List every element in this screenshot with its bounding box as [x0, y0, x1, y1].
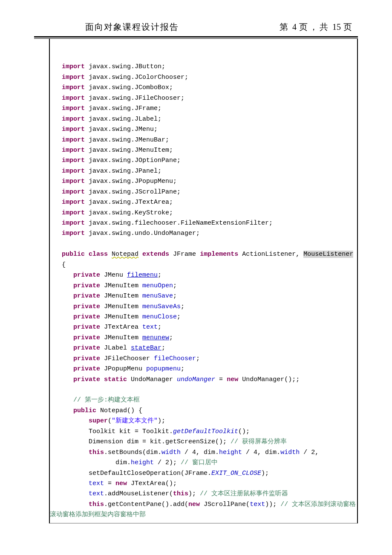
field: private JMenuItem menunew;	[62, 333, 353, 343]
page-indicator: 第4页，共15页	[280, 21, 354, 33]
stmt: this.setBounds(dim.width / 4, dim.height…	[62, 448, 353, 458]
import-line: import javax.swing.JMenuItem;	[62, 145, 353, 156]
stmt: setDefaultCloseOperation(JFrame.EXIT_ON_…	[62, 468, 353, 479]
code-block: import javax.swing.JButton;import javax.…	[49, 39, 358, 523]
stmt: Toolkit kit = Toolkit.getDefaultToolkit(…	[62, 427, 353, 437]
import-line: import javax.swing.JMenu;	[62, 124, 353, 135]
import-line: import javax.swing.JButton;	[62, 62, 353, 72]
import-line: import javax.swing.JFileChooser;	[62, 93, 353, 104]
import-line: import javax.swing.JPopupMenu;	[62, 176, 353, 187]
import-line: import javax.swing.KeyStroke;	[62, 208, 353, 218]
header-rule-thick	[34, 36, 358, 38]
blank-line	[62, 52, 353, 62]
stmt: text.addMouseListener(this); // 文本区注册鼠标事…	[62, 489, 353, 499]
import-line: import javax.swing.filechooser.FileNameE…	[62, 218, 353, 228]
stmt: text = new JTextArea();	[62, 479, 353, 489]
import-line: import javax.swing.JPanel;	[62, 166, 353, 176]
import-line: import javax.swing.JComboBox;	[62, 83, 353, 93]
import-line: import javax.swing.JOptionPane;	[62, 156, 353, 166]
import-line: import javax.swing.JColorChooser;	[62, 72, 353, 83]
field: private JMenuItem menuClose;	[62, 312, 353, 322]
stmt: dim.height / 2); // 窗口居中	[62, 458, 353, 468]
field: private static UndoManager undoManger = …	[62, 375, 353, 385]
blank-line	[62, 385, 353, 395]
field: private JTextArea text;	[62, 322, 353, 332]
field: private JFileChooser fileChooser;	[62, 354, 353, 364]
import-line: import javax.swing.JLabel;	[62, 114, 353, 124]
page-header: 面向对象课程设计报告 第4页，共15页	[0, 0, 392, 36]
comment: // 第一步:构建文本框	[62, 395, 353, 405]
field: private JPopupMenu popupmenu;	[62, 364, 353, 374]
overflow-comment: 滚动窗格添加到框架内容窗格中部	[50, 510, 353, 520]
brace: {	[62, 260, 353, 270]
import-line: import javax.swing.undo.UndoManager;	[62, 228, 353, 239]
field: private JLabel stateBar;	[62, 343, 353, 353]
field: private JMenuItem menuSave;	[62, 291, 353, 301]
field: private JMenu filemenu;	[62, 270, 353, 280]
import-line: import javax.swing.JTextArea;	[62, 197, 353, 208]
stmt: Dimension dim = kit.getScreenSize(); // …	[62, 437, 353, 447]
import-line: import javax.swing.JScrollPane;	[62, 187, 353, 197]
stmt: this.getContentPane().add(new JScrollPan…	[62, 500, 353, 510]
header-title: 面向对象课程设计报告	[85, 21, 179, 33]
field: private JMenuItem menuOpen;	[62, 281, 353, 291]
import-line: import javax.swing.JMenuBar;	[62, 135, 353, 145]
field: private JMenuItem menuSaveAs;	[62, 302, 353, 312]
import-line: import javax.swing.JFrame;	[62, 104, 353, 114]
class-declaration: public class Notepad extends JFrame impl…	[62, 249, 353, 260]
stmt: super("新建文本文件");	[62, 416, 353, 426]
blank-line	[62, 239, 353, 249]
constructor: public Notepad() {	[62, 406, 353, 416]
